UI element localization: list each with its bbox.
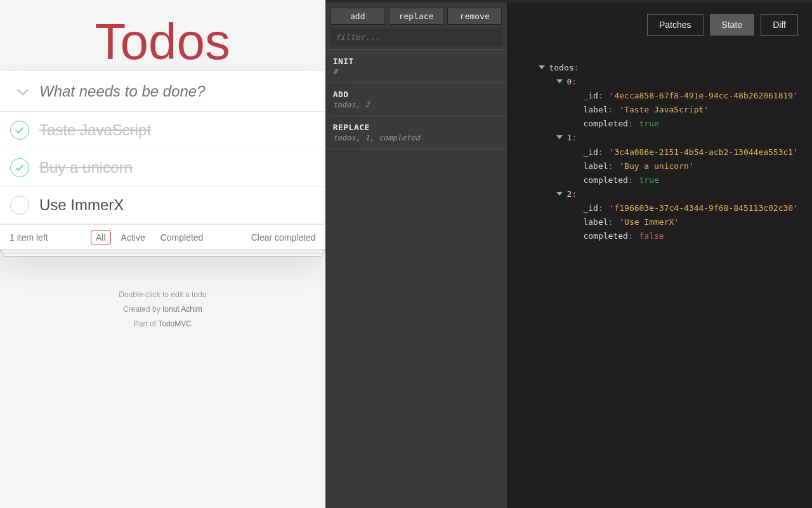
caret-icon <box>539 65 545 69</box>
tree-row[interactable]: _id: 'f196603e-37c4-4344-9f68-845113c02c… <box>521 201 798 215</box>
log-op: INIT <box>333 57 500 66</box>
todo-label[interactable]: Taste JavaScript <box>39 121 151 139</box>
info-line2: Created by Ionut Achim <box>119 302 206 317</box>
todo-count: 1 item left <box>10 232 48 243</box>
tree-row[interactable]: label: 'Use ImmerX' <box>521 215 798 229</box>
tab-state[interactable]: State <box>710 14 755 36</box>
tab-patches[interactable]: Patches <box>647 14 704 36</box>
page-title: Todos <box>0 13 325 71</box>
caret-icon <box>556 79 563 83</box>
todo-label[interactable]: Buy a unicorn <box>39 159 133 177</box>
todomvc-link[interactable]: TodoMVC <box>158 319 192 328</box>
new-todo-input[interactable] <box>36 83 315 100</box>
tree-row[interactable]: completed: true <box>521 117 798 131</box>
tree-row[interactable]: todos: <box>521 61 798 75</box>
tree-row[interactable]: 0: <box>521 75 798 89</box>
tree-row[interactable]: 1: <box>521 131 798 145</box>
tree-row[interactable]: 2: <box>521 187 798 201</box>
tree-row[interactable]: _id: '3c4a086e-2151-4b54-acb2-13044ea553… <box>521 145 798 159</box>
tree-row[interactable]: _id: '4ecca858-67f8-491e-94cc-48b2620618… <box>521 89 798 103</box>
filter-list: All Active Completed <box>91 231 208 244</box>
toggle-checkbox[interactable] <box>10 121 29 140</box>
actions-panel: add replace remove INIT#ADDtodos, 2REPLA… <box>325 0 508 508</box>
log-item[interactable]: ADDtodos, 2 <box>325 83 508 116</box>
filter-all[interactable]: All <box>91 231 111 244</box>
log-path: todos, 1, completed <box>333 133 500 142</box>
tree-row[interactable]: completed: true <box>521 173 798 187</box>
action-log: INIT#ADDtodos, 2REPLACEtodos, 1, complet… <box>325 50 508 149</box>
inspector-tabs: Patches State Diff <box>521 14 798 36</box>
log-path: todos, 2 <box>333 100 500 109</box>
author-link[interactable]: Ionut Achim <box>162 305 202 314</box>
remove-button[interactable]: remove <box>447 8 502 25</box>
tab-diff[interactable]: Diff <box>761 14 798 36</box>
clear-completed-button[interactable]: Clear completed <box>251 232 316 243</box>
info-line3: Part of TodoMVC <box>119 317 206 331</box>
caret-icon <box>556 135 563 139</box>
log-path: # <box>333 67 500 76</box>
log-item[interactable]: INIT# <box>325 50 508 83</box>
info-line1: Double-click to edit a todo <box>119 288 206 302</box>
tree-row[interactable]: label: 'Taste JavaScript' <box>521 103 798 117</box>
info-block: Double-click to edit a todo Created by I… <box>119 288 206 331</box>
caret-icon <box>556 192 563 196</box>
new-todo-row <box>0 71 325 112</box>
log-op: ADD <box>333 90 500 99</box>
toggle-checkbox[interactable] <box>10 158 29 177</box>
tree-row[interactable]: label: 'Buy a unicorn' <box>521 159 798 173</box>
todo-label[interactable]: Use ImmerX <box>39 196 124 214</box>
toggle-checkbox[interactable] <box>10 196 29 215</box>
todo-panel: Todos Taste JavaScriptBuy a unicornUse I… <box>0 0 325 508</box>
todo-footer: 1 item left All Active Completed Clear c… <box>0 224 325 250</box>
todo-list: Taste JavaScriptBuy a unicornUse ImmerX <box>0 112 325 224</box>
todo-item: Use ImmerX <box>0 187 325 224</box>
todo-item: Taste JavaScript <box>0 112 325 149</box>
replace-button[interactable]: replace <box>389 8 443 25</box>
filter-active[interactable]: Active <box>116 231 150 244</box>
state-tree: todos:0:_id: '4ecca858-67f8-491e-94cc-48… <box>521 61 798 243</box>
todo-item: Buy a unicorn <box>0 149 325 187</box>
action-buttons: add replace remove <box>325 3 508 29</box>
chevron-down-icon[interactable] <box>10 83 36 100</box>
filter-input[interactable] <box>331 29 502 46</box>
log-item[interactable]: REPLACEtodos, 1, completed <box>325 116 508 149</box>
todo-app: Taste JavaScriptBuy a unicornUse ImmerX … <box>0 71 325 250</box>
state-panel: Patches State Diff todos:0:_id: '4ecca85… <box>507 0 812 508</box>
tree-row[interactable]: completed: false <box>521 229 798 243</box>
filter-completed[interactable]: Completed <box>155 231 209 244</box>
add-button[interactable]: add <box>331 8 385 25</box>
log-op: REPLACE <box>333 123 500 132</box>
